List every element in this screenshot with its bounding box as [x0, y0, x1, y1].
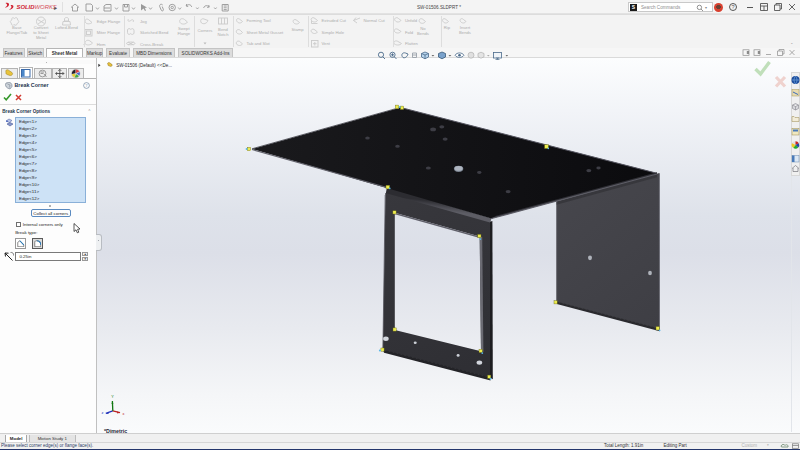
svg-text:Corners: Corners — [198, 28, 213, 33]
svg-text:Normal Cut: Normal Cut — [364, 18, 386, 23]
svg-text:Bends: Bends — [417, 31, 429, 36]
svg-text:Lofted-Bend: Lofted-Bend — [55, 25, 78, 30]
svg-text:Sketched Bend: Sketched Bend — [140, 30, 169, 35]
svg-text:Sheet Metal Gusset: Sheet Metal Gusset — [247, 30, 285, 35]
svg-text:Flange/Tab: Flange/Tab — [6, 30, 27, 35]
svg-text:Extruded Cut: Extruded Cut — [322, 18, 347, 23]
svg-text:Metal: Metal — [36, 35, 46, 40]
svg-text:Flatten: Flatten — [405, 41, 418, 46]
svg-text:Hem: Hem — [97, 42, 106, 47]
svg-text:Unfold: Unfold — [405, 18, 418, 23]
svg-text:Notch: Notch — [218, 32, 230, 37]
svg-text:SW-01506 (Default) <<De...: SW-01506 (Default) <<De... — [116, 62, 172, 67]
svg-text:Cross-Break: Cross-Break — [140, 42, 164, 47]
svg-text:Tab and Slot: Tab and Slot — [247, 41, 271, 46]
svg-text:Forming Tool: Forming Tool — [247, 18, 271, 23]
svg-text:x: x — [123, 411, 125, 415]
svg-text:Edge Flange: Edge Flange — [97, 19, 121, 24]
svg-text:Jog: Jog — [140, 19, 147, 24]
svg-text:Fold: Fold — [405, 30, 414, 35]
svg-text:Simple Hole: Simple Hole — [322, 30, 345, 35]
svg-text:Stamp: Stamp — [291, 27, 304, 32]
svg-text:Y: Y — [111, 395, 114, 399]
svg-text:Rip: Rip — [444, 25, 451, 30]
svg-text:Vent: Vent — [322, 41, 331, 46]
svg-text:?: ? — [86, 83, 88, 88]
svg-text:Bends: Bends — [459, 30, 471, 35]
svg-text:z: z — [102, 411, 104, 415]
svg-text:Flange: Flange — [177, 31, 190, 36]
svg-text:Miter Flange: Miter Flange — [97, 30, 121, 35]
